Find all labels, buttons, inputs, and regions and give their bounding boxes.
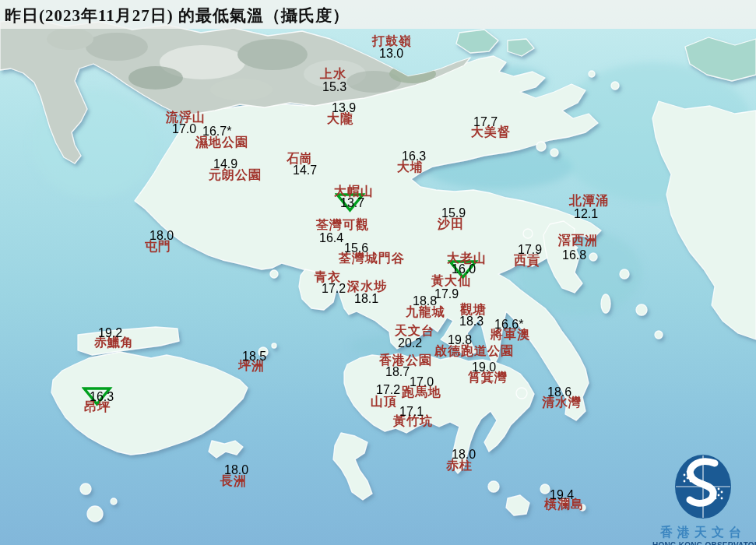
station-name: 九龍城 bbox=[406, 306, 445, 318]
hko-logo-chinese-name: 香港天文台 bbox=[652, 525, 754, 541]
station-value: 16.4 bbox=[319, 232, 343, 244]
station-value: 19.0 bbox=[472, 361, 496, 374]
station-value: 15.6 bbox=[344, 242, 368, 255]
station-labels-layer: 打鼓嶺13.0上水15.3大隴13.9大美督17.7流浮山17.0濕地公園16.… bbox=[0, 0, 756, 545]
station-value: 20.2 bbox=[398, 337, 422, 350]
station-value: 18.0 bbox=[224, 464, 248, 476]
station-name: 上水 bbox=[320, 68, 346, 80]
station-value: 13.7 bbox=[340, 197, 364, 209]
station-value: 16.3 bbox=[90, 391, 114, 403]
station-value: 18.3 bbox=[459, 315, 483, 328]
station-value: 17.1 bbox=[399, 406, 424, 418]
station-value: 16.8 bbox=[562, 249, 586, 262]
station-name: 西貢 bbox=[514, 255, 540, 267]
station-value: 14.7 bbox=[293, 164, 317, 177]
station-value: 16.3 bbox=[402, 150, 426, 163]
station-value: 18.7 bbox=[385, 366, 410, 378]
station-value: 18.0 bbox=[149, 230, 174, 242]
station-value: 14.9 bbox=[213, 158, 237, 171]
station-name: 大隴 bbox=[327, 113, 353, 125]
min-temperature-map: 昨日(2023年11月27日) 的最低氣溫（攝氏度） 打鼓嶺13.0上水15.3… bbox=[0, 0, 756, 545]
station-name: 黃大仙 bbox=[431, 275, 471, 287]
station-name: 深水埗 bbox=[347, 280, 387, 293]
station-value: 19.2 bbox=[98, 327, 122, 339]
station-name: 赤柱 bbox=[446, 459, 473, 472]
station-value: 17.2 bbox=[376, 384, 400, 396]
station-value: 15.3 bbox=[322, 81, 346, 93]
station-value: 17.7 bbox=[473, 116, 498, 128]
station-value: 17.0 bbox=[410, 376, 434, 389]
station-value: 13.0 bbox=[379, 47, 403, 60]
station-value: 16.7* bbox=[202, 125, 231, 138]
station-name: 長洲 bbox=[220, 475, 247, 487]
station-name: 濕地公園 bbox=[195, 136, 248, 149]
station-value: 18.0 bbox=[452, 448, 476, 461]
station-name: 滘西洲 bbox=[558, 234, 598, 247]
hko-logo: 香港天文台 HONG KONG OBSERVATORY bbox=[652, 453, 754, 543]
station-value: 12.1 bbox=[574, 208, 598, 220]
station-name: 沙田 bbox=[438, 218, 464, 230]
station-name: 屯門 bbox=[145, 241, 171, 253]
station-value: 19.4 bbox=[550, 489, 574, 501]
station-value: 18.6 bbox=[547, 386, 571, 399]
hko-logo-english-name: HONG KONG OBSERVATORY bbox=[652, 541, 754, 545]
station-value: 17.9 bbox=[434, 288, 459, 301]
station-value: 13.9 bbox=[332, 102, 356, 114]
station-name: 大埔 bbox=[397, 161, 424, 174]
station-value: 18.5 bbox=[242, 350, 266, 363]
station-value: 18.1 bbox=[354, 293, 378, 305]
station-name: 打鼓嶺 bbox=[372, 35, 412, 47]
station-name: 啟德跑道公園 bbox=[434, 345, 514, 357]
station-value: 16.6* bbox=[494, 318, 523, 331]
station-name: 北潭涌 bbox=[569, 195, 609, 207]
station-value: 17.2 bbox=[322, 283, 346, 295]
station-name: 荃灣可觀 bbox=[316, 219, 369, 231]
station-value: 18.8 bbox=[413, 295, 437, 308]
station-value: 19.8 bbox=[448, 334, 472, 346]
station-value: 15.9 bbox=[441, 207, 466, 220]
station-value: 17.0 bbox=[172, 123, 196, 135]
station-name: 山頂 bbox=[371, 396, 397, 408]
station-name: 天文台 bbox=[395, 325, 434, 337]
station-name: 元朗公園 bbox=[209, 169, 262, 181]
station-value: 17.9 bbox=[518, 244, 542, 256]
hko-logo-icon bbox=[673, 453, 733, 520]
